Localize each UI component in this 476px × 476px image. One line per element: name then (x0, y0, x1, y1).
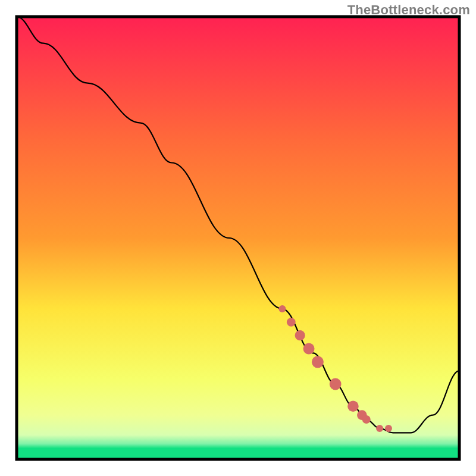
data-marker (287, 318, 296, 327)
data-marker (376, 425, 383, 432)
data-marker (303, 343, 315, 355)
data-marker (278, 305, 286, 312)
data-marker (347, 400, 359, 412)
data-marker (330, 378, 342, 390)
data-marker (312, 356, 324, 368)
chart-stage: TheBottleneck.com (0, 0, 476, 476)
plot-background (17, 17, 459, 459)
data-marker (295, 330, 305, 340)
data-marker (362, 415, 371, 424)
data-marker (385, 425, 392, 432)
bottleneck-chart (0, 0, 476, 476)
